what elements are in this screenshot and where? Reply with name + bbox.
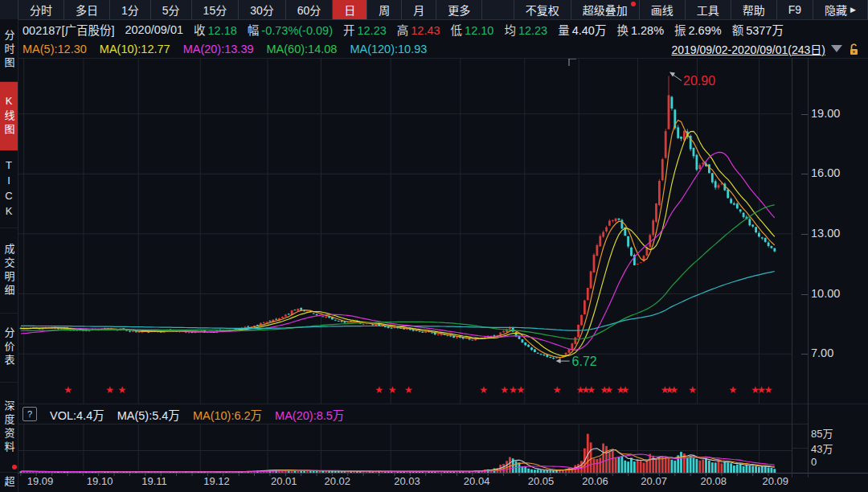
menu-item-60min[interactable]: 60分 (286, 0, 334, 19)
menu-item-multi-day[interactable]: 多日 (64, 0, 110, 19)
menu-item-help[interactable]: 帮助 (731, 0, 777, 19)
event-star-icon[interactable]: ★ (728, 384, 737, 396)
volume-bars-layer (20, 434, 776, 473)
menu-item-15min[interactable]: 15分 (192, 0, 240, 19)
left-sidebar: 分时图 K线图 TICK 成交明细 分价表 深度资料 超 (0, 19, 18, 492)
ma5-value: MA(5):12.30 (23, 43, 87, 55)
price-tick-mark (801, 174, 808, 174)
price-tick-label: 16.00 (811, 166, 840, 179)
menu-item-5min[interactable]: 5分 (151, 0, 192, 19)
event-star-icon[interactable]: ★ (479, 384, 488, 396)
date-range-text[interactable]: 2019/09/02-2020/09/01(243日) (672, 41, 825, 57)
axis-separator (808, 58, 809, 478)
menu-item-30min[interactable]: 30分 (239, 0, 286, 19)
time-tick-label: 20.07 (641, 475, 667, 487)
event-stars-layer: ★★★★★★★★★★★★★★★★★★★★★★★★★★ (63, 384, 772, 396)
event-star-icon[interactable]: ★ (587, 384, 596, 396)
menu-item-hide[interactable]: 隐藏 ▶ (813, 0, 868, 19)
event-star-icon[interactable]: ★ (105, 384, 114, 396)
high-field: 高12.43 (397, 21, 440, 38)
event-star-icon[interactable]: ★ (118, 384, 127, 396)
time-tick-label: 20.08 (701, 475, 727, 487)
stock-info-bar: 002187[广百股份] 2020/09/01 收12.18 幅-0.73%(-… (18, 20, 868, 39)
sidebar-item-minute-chart[interactable]: 分时图 (0, 19, 18, 82)
menu-item-draw-line[interactable]: 画线 (640, 0, 686, 19)
ma-line-MA20 (21, 152, 775, 350)
period-menu-group: 分时 多日 1分 5分 15分 30分 60分 日 周 月 更多 (18, 0, 482, 19)
event-star-icon[interactable]: ★ (375, 384, 383, 396)
time-tick-label: 19.11 (141, 475, 167, 487)
event-star-icon[interactable]: ★ (500, 384, 509, 396)
close-field: 收12.18 (194, 21, 237, 38)
amount-field: 额5377万 (732, 21, 784, 38)
trade-date: 2020/09/01 (125, 23, 183, 36)
time-tick-label: 20.09 (763, 475, 789, 487)
vol-value: VOL:4.4万 (50, 406, 104, 423)
vol-ma10-value: MA(10):6.2万 (193, 406, 262, 423)
time-tick-label: 19.09 (27, 475, 54, 487)
menu-item-no-adjust[interactable]: 不复权 (514, 0, 571, 19)
volume-tick-label: 85万 (811, 425, 833, 441)
stock-code-name: 002187[广百股份] (23, 21, 114, 38)
dropdown-triangle-icon[interactable] (831, 45, 842, 52)
time-tick-label: 20.03 (394, 475, 420, 487)
menu-item-1min[interactable]: 1分 (110, 0, 151, 19)
axis-separator (792, 58, 792, 478)
low-field: 低12.10 (451, 21, 494, 38)
ma-indicator-bar: MA(5):12.30 MA(10):12.77 MA(20):13.39 MA… (18, 39, 868, 58)
event-star-icon[interactable]: ★ (388, 384, 397, 396)
event-star-icon[interactable]: ★ (764, 384, 773, 396)
time-tick-label: 20.02 (324, 475, 350, 487)
turnover-field: 换1.28% (616, 21, 664, 38)
ma10-value: MA(10):12.77 (100, 43, 170, 55)
sidebar-item-kline-chart[interactable]: K线图 (0, 82, 18, 151)
event-star-icon[interactable]: ★ (604, 384, 613, 396)
event-star-icon[interactable]: ★ (669, 384, 678, 396)
vol-ma5-value: MA(5):5.4万 (117, 406, 180, 423)
sidebar-item-trade-detail[interactable]: 成交明细 (0, 228, 18, 314)
sidebar-item-depth-info[interactable]: 深度资料 (0, 383, 18, 473)
event-star-icon[interactable]: ★ (517, 384, 526, 396)
date-range-selector[interactable]: 2019/09/02-2020/09/01(243日) (672, 39, 860, 58)
menu-item-weekly[interactable]: 周 (367, 0, 402, 19)
menu-item-super-overlay[interactable]: 超级叠加 (571, 0, 640, 19)
event-star-icon[interactable]: ★ (553, 384, 562, 396)
event-star-icon[interactable]: ★ (63, 384, 72, 396)
low-price-label: 6.72 (572, 355, 597, 368)
menu-item-tools[interactable]: 工具 (686, 0, 731, 19)
sidebar-item-tick[interactable]: TICK (0, 151, 18, 228)
price-tick-label: 7.00 (811, 346, 833, 359)
menu-item-daily[interactable]: 日 (333, 0, 367, 19)
menu-item-monthly[interactable]: 月 (402, 0, 436, 19)
time-tick-label: 20.01 (271, 475, 297, 487)
pane-divider (18, 404, 868, 404)
candlesticks-layer (20, 76, 776, 359)
price-chart[interactable]: ★★★★★★★★★★★★★★★★★★★★★★★★★★20.906.72 (18, 58, 792, 404)
time-tick-label: 19.10 (87, 475, 113, 487)
time-tick-label: 20.04 (464, 475, 490, 487)
volume-chart[interactable] (18, 424, 792, 478)
change-field: 幅-0.73%(-0.09) (248, 21, 333, 38)
menu-item-more[interactable]: 更多 (436, 0, 482, 19)
vol-ma20-value: MA(20):8.5万 (275, 406, 344, 423)
ma-line-MA60 (21, 205, 775, 339)
sidebar-item-price-table[interactable]: 分价表 (0, 314, 18, 383)
pane-divider (18, 58, 868, 59)
tools-menu-group: 不复权 超级叠加 画线 工具 帮助 F9 隐藏 ▶ (514, 0, 868, 19)
event-star-icon[interactable]: ★ (621, 384, 630, 396)
notification-dot (12, 465, 17, 469)
event-star-icon[interactable]: ★ (688, 384, 697, 396)
volume-field: 量4.40万 (558, 21, 606, 38)
sidebar-item-super-partial[interactable]: 超 (0, 473, 18, 492)
menu-item-f9[interactable]: F9 (777, 0, 813, 19)
help-icon[interactable]: ? (23, 407, 37, 421)
price-tick-label: 19.00 (811, 107, 840, 120)
ma-lines-layer (21, 121, 775, 358)
open-field: 开12.23 (343, 21, 387, 38)
event-star-icon[interactable]: ★ (404, 384, 413, 396)
unlock-icon[interactable] (848, 43, 860, 55)
price-tick-label: 10.00 (811, 287, 840, 300)
gutter-gridline (792, 448, 808, 449)
menu-item-minute-view[interactable]: 分时 (18, 0, 64, 19)
arrow-right-icon: ▶ (850, 6, 856, 14)
